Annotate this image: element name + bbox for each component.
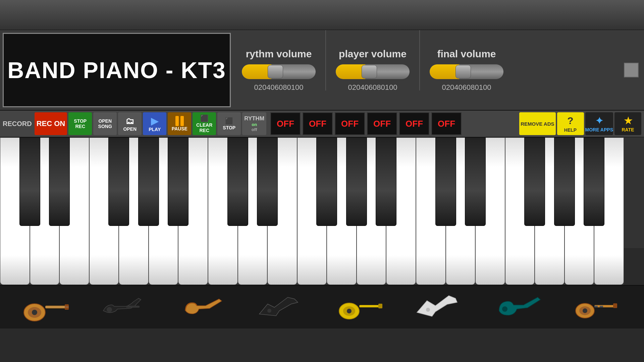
octave-1 xyxy=(208,137,416,285)
svg-point-14 xyxy=(426,308,430,312)
vol-divider-1 xyxy=(325,30,326,90)
final-volume-section: final volume 0 20 40 60 80 100 xyxy=(421,30,512,110)
open-button[interactable]: 🗂 OPEN xyxy=(118,112,142,135)
black-key-2-C#[interactable] xyxy=(435,137,456,226)
player-slider-track[interactable] xyxy=(336,64,410,79)
piano-wrapper: ◀ xyxy=(0,137,644,285)
rythm-slider-thumb[interactable] xyxy=(268,65,283,78)
play-button[interactable]: ▶ PLAY xyxy=(143,112,166,135)
help-icon: ? xyxy=(565,115,577,127)
rate-button[interactable]: ★ RATE xyxy=(614,112,641,135)
rate-star-icon: ★ xyxy=(624,115,632,126)
control-area: BAND PIANO - KT3 rythm volume 0 20 40 60… xyxy=(0,30,644,111)
pause-button[interactable]: PAUSE xyxy=(168,112,191,135)
octave-0 xyxy=(0,137,208,285)
black-key-0-A#[interactable] xyxy=(168,137,189,226)
svg-point-15 xyxy=(502,306,507,312)
svg-point-18 xyxy=(583,308,587,313)
acoustic-guitar-icon xyxy=(21,292,71,322)
guitar-3[interactable] xyxy=(177,287,231,327)
black-key-2-F#[interactable] xyxy=(524,137,545,226)
guitar-4[interactable] xyxy=(256,287,310,327)
pause-icon xyxy=(175,116,184,126)
black-key-0-F#[interactable] xyxy=(108,137,129,226)
stop-rec-button[interactable]: STOPREC xyxy=(68,112,92,135)
keys-container xyxy=(0,137,624,285)
rythm-volume-label: rythm volume xyxy=(246,48,312,60)
angular-guitar-icon xyxy=(258,292,308,322)
guitar-area xyxy=(0,285,644,328)
more-apps-button[interactable]: ✦ MORE APPS xyxy=(585,112,613,135)
rythm-slider-marks: 0 20 40 60 80 100 xyxy=(254,83,304,92)
rythm-volume-section: rythm volume 0 20 40 60 80 100 xyxy=(233,30,324,110)
player-volume-section: player volume 0 20 40 60 80 100 xyxy=(327,30,418,110)
right-panel: ◀ xyxy=(624,248,644,285)
stop-icon: ⬛ xyxy=(200,114,209,122)
rythm-slider-fill xyxy=(242,64,271,79)
black-key-1-A#[interactable] xyxy=(376,137,396,226)
off-buttons-group: OFF OFF OFF OFF OFF OFF xyxy=(270,112,462,135)
svg-rect-13 xyxy=(378,304,382,308)
black-key-2-D#[interactable] xyxy=(465,137,486,226)
black-key-1-C#[interactable] xyxy=(227,137,248,226)
guitar-6[interactable] xyxy=(414,287,467,327)
guitar-5[interactable] xyxy=(335,287,388,327)
black-key-0-D#[interactable] xyxy=(49,137,70,226)
svg-point-8 xyxy=(267,309,271,313)
black-key-1-G#[interactable] xyxy=(346,137,367,226)
final-slider-fill xyxy=(430,64,459,79)
off-button-1[interactable]: OFF xyxy=(270,112,301,135)
sunburst-guitar-icon xyxy=(179,292,229,322)
rythm-button[interactable]: RYTHM on off xyxy=(242,112,266,135)
app-title: BAND PIANO - KT3 xyxy=(7,57,226,83)
yellow-guitar-icon xyxy=(336,292,387,322)
play-icon: ▶ xyxy=(151,116,158,127)
final-slider-marks: 0 20 40 60 80 100 xyxy=(441,83,492,92)
clear-rec-button[interactable]: ⬛ CLEARREC xyxy=(193,112,216,135)
final-slider-thumb[interactable] xyxy=(455,65,471,78)
folder-icon: 🗂 xyxy=(125,116,134,126)
off-button-4[interactable]: OFF xyxy=(367,112,397,135)
stop-button[interactable]: ⬛ STOP xyxy=(217,112,241,135)
black-key-1-F#[interactable] xyxy=(316,137,337,226)
black-key-0-C#[interactable] xyxy=(19,137,40,226)
rec-on-button[interactable]: REC ON xyxy=(35,112,67,135)
final-slider-track[interactable] xyxy=(430,64,503,79)
svg-point-6 xyxy=(107,307,112,312)
svg-rect-21 xyxy=(594,306,598,307)
remove-ads-button[interactable]: REMOVE ADS xyxy=(519,112,555,135)
player-slider-fill xyxy=(336,64,365,79)
top-bar xyxy=(0,0,644,30)
off-button-2[interactable]: OFF xyxy=(303,112,333,135)
player-volume-label: player volume xyxy=(339,48,407,60)
final-volume-label: final volume xyxy=(437,48,496,60)
guitar-7[interactable] xyxy=(492,287,546,327)
final-slider-container xyxy=(430,64,503,79)
player-slider-container xyxy=(336,64,410,79)
guitar-1[interactable] xyxy=(19,287,73,327)
player-slider-marks: 0 20 40 60 80 100 xyxy=(347,83,398,92)
octave-2 xyxy=(416,137,624,285)
teal-guitar-icon xyxy=(494,292,544,322)
off-button-6[interactable]: OFF xyxy=(431,112,462,135)
star-icon: ✦ xyxy=(595,115,603,126)
help-button[interactable]: ? HELP xyxy=(557,112,584,135)
vintage-guitar-icon xyxy=(573,292,623,322)
title-box: BAND PIANO - KT3 xyxy=(3,33,231,107)
black-key-2-A#[interactable] xyxy=(584,137,604,226)
black-key-2-G#[interactable] xyxy=(554,137,575,226)
off-button-5[interactable]: OFF xyxy=(399,112,429,135)
open-song-button[interactable]: OPENSONG xyxy=(93,112,117,135)
off-button-3[interactable]: OFF xyxy=(335,112,365,135)
rythm-slider-track[interactable] xyxy=(242,64,316,79)
gray-square-button[interactable] xyxy=(624,63,639,77)
player-slider-thumb[interactable] xyxy=(362,65,377,78)
rythm-slider-container xyxy=(242,64,316,79)
toolbar: RECORD REC ON STOPREC OPENSONG 🗂 OPEN ▶ … xyxy=(0,111,644,137)
black-key-1-D#[interactable] xyxy=(257,137,278,226)
guitar-2[interactable] xyxy=(98,287,152,327)
svg-point-11 xyxy=(347,309,352,313)
guitar-8[interactable] xyxy=(571,287,625,327)
black-key-0-G#[interactable] xyxy=(138,137,159,226)
svg-rect-7 xyxy=(126,306,140,308)
